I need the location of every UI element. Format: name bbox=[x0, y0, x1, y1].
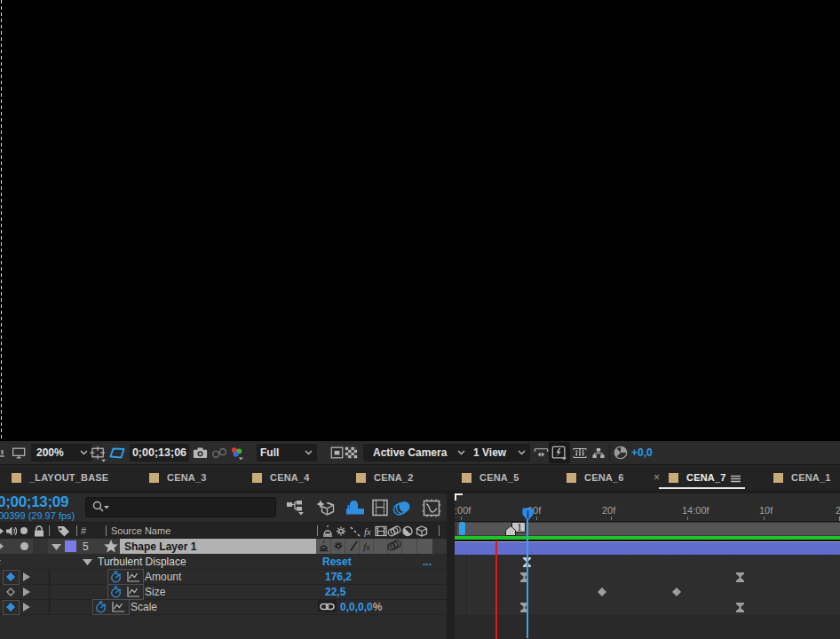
svg-text:1: 1 bbox=[517, 522, 522, 533]
svg-text:fx: fx bbox=[364, 526, 371, 537]
svg-text:fx: fx bbox=[363, 541, 370, 552]
